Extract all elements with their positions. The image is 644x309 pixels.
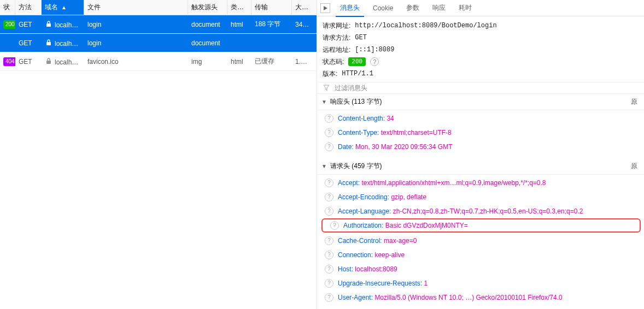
header-value: text/html,application/xhtml+xm…ml;q=0.9,… [361,179,546,187]
remote-label: 远程地址: [323,44,350,56]
header-name: Accept: [338,179,360,187]
col-type[interactable]: 类… [227,0,251,15]
details-panel: 消息头Cookie参数响应耗时 请求网址: http://localhost:8… [317,0,644,309]
status-cell: 404 [0,57,15,66]
header-row: ?Content-Length: 34 [317,111,644,126]
svg-rect-2 [46,61,51,64]
twisty-down-icon: ▼ [321,163,327,169]
col-initiator[interactable]: 触发源头 [188,0,227,15]
tab-消息头[interactable]: 消息头 [333,0,366,16]
status-label: 状态码: [323,56,344,68]
type-cell: html [227,21,251,28]
method-cell: GET [15,39,42,47]
size-cell: 34… [292,21,314,28]
header-row: ?Accept: text/html,application/xhtml+xm…… [317,176,644,190]
request-row[interactable]: 404GETlocalh…favicon.icoimghtml已缓存1.0… [0,52,317,71]
version-value: HTTP/1.1 [342,68,373,80]
sort-indicator-icon: ▲ [61,4,67,10]
headers-section-toggle[interactable]: ▼响应头 (113 字节)原 [317,94,644,110]
header-row: ?Accept-Language: zh-CN,zh;q=0.8,zh-TW;q… [317,204,644,218]
tab-Cookie[interactable]: Cookie [366,0,400,16]
header-name: User-Agent: [338,294,373,301]
raw-toggle[interactable]: 原 [631,162,640,171]
status-cell: 200 [0,20,15,29]
header-row: ?Upgrade-Insecure-Requests: 1 [317,276,644,290]
status-badge: 404 [3,57,15,66]
method-cell: GET [15,58,42,66]
header-value: text/html;charset=UTF-8 [381,129,452,136]
header-value: 1 [424,280,428,287]
help-icon[interactable]: ? [325,279,333,288]
remote-value: [::1]:8089 [355,44,394,56]
header-value: localhost:8089 [355,265,397,273]
svg-rect-0 [46,23,51,27]
header-row: ?Host: localhost:8089 [317,262,644,276]
header-row: ?Date: Mon, 30 Mar 2020 09:56:34 GMT [317,140,644,154]
help-icon[interactable]: ? [325,265,333,274]
request-rows: 200GETlocalh…logindocumenthtml188 字节34…G… [0,15,317,309]
file-cell: login [84,39,188,47]
tab-耗时[interactable]: 耗时 [452,0,478,16]
header-name: Accept-Encoding: [338,193,389,201]
col-method[interactable]: 方法 [15,0,42,15]
status-code-badge: 200 [348,57,366,66]
request-row[interactable]: 200GETlocalh…logindocumenthtml188 字节34… [0,15,317,34]
request-list-panel: 状 方法 域名 ▲ 文件 触发源头 类… 传输 大… 200GETlocalh…… [0,0,317,309]
transferred-cell: 188 字节 [251,20,292,29]
tab-响应[interactable]: 响应 [426,0,452,16]
file-cell: favicon.ico [84,58,188,66]
method-value: GET [355,32,367,44]
method-label: 请求方法: [323,32,350,44]
twisty-down-icon: ▼ [321,99,327,105]
section-title: 请求头 (459 字节) [330,162,382,171]
request-row[interactable]: GETlocalh…logindocument [0,34,317,52]
help-icon[interactable]: ? [325,293,333,302]
initiator-cell: document [188,39,227,47]
header-value: max-age=0 [384,237,417,245]
header-name: Accept-Language: [338,207,391,215]
col-status[interactable]: 状 [0,0,15,15]
status-help-icon[interactable]: ? [370,57,379,66]
header-row: ?Authorization: Basic dGVzdDoxMjM0NTY= [323,219,640,231]
header-row: ?User-Agent: Mozilla/5.0 (Windows NT 10.… [317,290,644,305]
col-domain-label: 域名 [45,3,58,12]
help-icon[interactable]: ? [325,179,333,187]
help-icon[interactable]: ? [325,142,333,151]
help-icon[interactable]: ? [325,251,333,259]
help-icon[interactable]: ? [330,221,339,230]
method-cell: GET [15,21,42,28]
help-icon[interactable]: ? [325,236,333,245]
transferred-cell: 已缓存 [251,57,292,66]
header-value: Basic dGVzdDoxMjM0NTY= [385,222,468,229]
raw-toggle[interactable]: 原 [631,97,640,106]
header-name: Content-Length: [338,115,385,122]
tab-参数[interactable]: 参数 [400,0,426,16]
version-label: 版本: [323,68,337,80]
help-icon[interactable]: ? [325,128,333,137]
header-name: Connection: [338,251,373,259]
help-icon[interactable]: ? [325,193,333,201]
domain-cell: localh… [42,20,84,29]
headers-section-toggle[interactable]: ▼请求头 (459 字节)原 [317,158,644,175]
lock-icon [45,20,52,28]
details-tabs: 消息头Cookie参数响应耗时 [317,0,644,16]
col-file[interactable]: 文件 [84,0,188,15]
resend-icon[interactable] [320,3,330,13]
col-size[interactable]: 大… [292,0,314,15]
header-value: 34 [387,115,394,122]
filter-headers[interactable]: 过滤消息头 [317,82,644,94]
request-table-header: 状 方法 域名 ▲ 文件 触发源头 类… 传输 大… [0,0,317,15]
svg-rect-1 [46,42,51,45]
col-domain[interactable]: 域名 ▲ [42,0,84,15]
section-title: 响应头 (113 字节) [330,97,382,106]
col-transferred[interactable]: 传输 [251,0,292,15]
help-icon[interactable]: ? [325,207,333,216]
domain-cell: localh… [42,57,84,66]
help-icon[interactable]: ? [325,114,333,123]
header-name: Content-Type: [338,129,379,136]
header-row: ?Accept-Encoding: gzip, deflate [317,190,644,204]
header-row: ?Content-Type: text/html;charset=UTF-8 [317,126,644,140]
file-cell: login [84,21,188,28]
domain-cell: localh… [42,39,84,47]
filter-placeholder: 过滤消息头 [335,84,367,93]
